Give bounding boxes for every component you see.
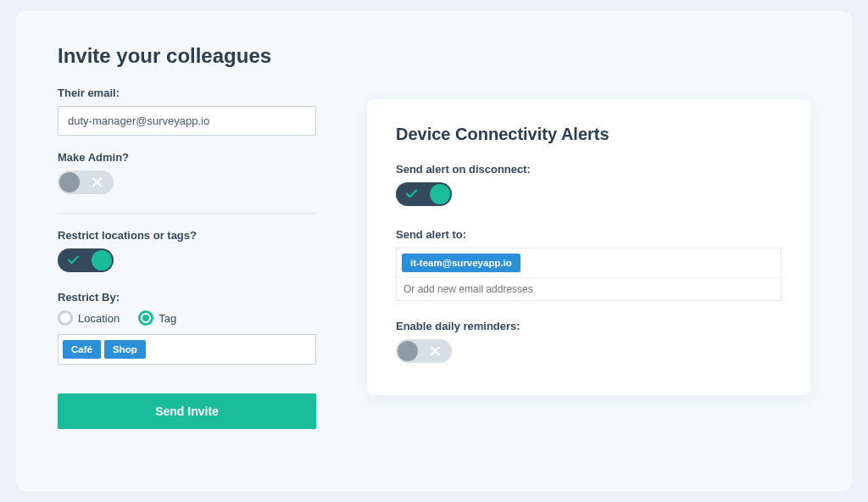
alert-email-box: it-team@surveyapp.io [396,248,782,301]
tag-chip[interactable]: Café [63,340,101,359]
radio-tag-label: Tag [159,312,176,325]
page-title: Invite your colleagues [58,44,316,68]
add-email-input[interactable] [397,278,781,300]
reminders-toggle[interactable] [396,339,452,363]
make-admin-toggle[interactable] [58,170,114,194]
x-icon [92,178,102,187]
restrict-label: Restrict locations or tags? [58,229,316,242]
send-to-label: Send alert to: [396,228,782,241]
radio-location[interactable]: Location [58,310,120,326]
check-icon [68,256,79,265]
page-container: Invite your colleagues Their email: Make… [15,10,853,492]
radio-circle-icon [138,310,153,326]
check-icon [406,190,417,199]
card-title: Device Connectivity Alerts [396,125,782,144]
alerts-card: Device Connectivity Alerts Send alert on… [367,99,810,395]
radio-location-label: Location [78,312,120,325]
make-admin-label: Make Admin? [58,151,316,164]
divider [58,213,316,214]
send-invite-button[interactable]: Send Invite [58,393,316,429]
radio-tag[interactable]: Tag [138,310,176,326]
disconnect-label: Send alert on disconnect: [396,163,782,176]
disconnect-toggle[interactable] [396,182,452,206]
restrict-toggle[interactable] [58,248,114,272]
x-icon [431,347,440,356]
email-chip[interactable]: it-team@surveyapp.io [402,254,520,272]
email-label: Their email: [58,86,316,99]
invite-form: Invite your colleagues Their email: Make… [58,44,316,429]
radio-circle-icon [58,310,73,326]
email-input[interactable] [58,106,316,136]
tag-input[interactable]: Café Shop [58,334,316,365]
tag-chip[interactable]: Shop [104,340,146,359]
reminders-label: Enable daily reminders: [396,320,782,332]
restrict-by-label: Restrict By: [58,291,316,304]
